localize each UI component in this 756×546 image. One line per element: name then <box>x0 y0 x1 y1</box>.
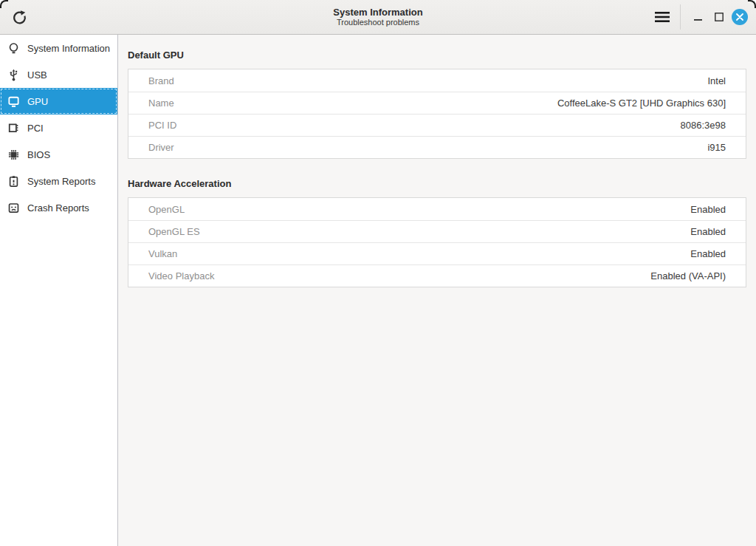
info-row-pci-id: PCI ID 8086:3e98 <box>128 114 746 136</box>
row-label: Video Playback <box>148 270 214 281</box>
info-card: OpenGL Enabled OpenGL ES Enabled Vulkan … <box>128 197 746 287</box>
sidebar: System Information USB <box>0 35 118 546</box>
chip-icon <box>7 149 20 161</box>
row-value: CoffeeLake-S GT2 [UHD Graphics 630] <box>557 98 726 109</box>
hamburger-menu-icon <box>655 11 670 23</box>
monitor-icon <box>7 95 20 108</box>
lightbulb-icon <box>7 42 20 55</box>
sidebar-item-bios[interactable]: BIOS <box>0 141 117 168</box>
sidebar-item-label: System Information <box>27 43 110 54</box>
info-card: Brand Intel Name CoffeeLake-S GT2 [UHD G… <box>128 69 746 159</box>
row-value: Enabled <box>690 226 726 237</box>
row-label: Brand <box>148 75 174 86</box>
titlebar-text: System Information Troubleshoot problems <box>148 0 608 33</box>
close-icon <box>732 9 748 25</box>
pci-card-icon <box>7 122 20 134</box>
sidebar-item-label: USB <box>27 69 47 81</box>
window-title: System Information <box>333 7 422 18</box>
row-value: Enabled (VA-API) <box>650 270 726 281</box>
maximize-icon <box>715 13 724 21</box>
sidebar-item-system-information[interactable]: System Information <box>0 35 117 61</box>
titlebar: System Information Troubleshoot problems <box>0 0 756 35</box>
row-label: Vulkan <box>148 248 177 259</box>
info-row-opengl: OpenGL Enabled <box>128 198 746 220</box>
info-row-video-playback: Video Playback Enabled (VA-API) <box>128 265 746 287</box>
app-body: System Information USB <box>0 35 756 546</box>
minimize-button[interactable] <box>688 7 709 27</box>
sidebar-item-system-reports[interactable]: System Reports <box>0 168 117 194</box>
sidebar-item-usb[interactable]: USB <box>0 61 117 88</box>
section-title: Default GPU <box>128 50 746 61</box>
clipboard-alert-icon <box>7 175 20 188</box>
window-controls <box>650 4 750 30</box>
titlebar-separator <box>680 4 681 30</box>
info-row-name: Name CoffeeLake-S GT2 [UHD Graphics 630] <box>128 92 746 114</box>
row-label: OpenGL ES <box>148 226 200 237</box>
row-value: Enabled <box>690 248 726 259</box>
info-row-vulkan: Vulkan Enabled <box>128 242 746 265</box>
sidebar-item-label: PCI <box>27 123 44 134</box>
window-subtitle: Troubleshoot problems <box>337 18 419 27</box>
menu-button[interactable] <box>650 5 674 29</box>
info-row-brand: Brand Intel <box>128 69 746 92</box>
app-window: System Information Troubleshoot problems <box>0 0 756 546</box>
crash-face-icon <box>7 202 20 214</box>
usb-icon <box>7 69 20 81</box>
row-label: Name <box>148 98 174 109</box>
refresh-icon <box>12 10 27 25</box>
sidebar-item-gpu[interactable]: GPU <box>0 88 117 115</box>
sidebar-item-label: Crash Reports <box>27 202 89 214</box>
section-hardware-acceleration: Hardware Acceleration OpenGL Enabled Ope… <box>128 178 746 287</box>
sidebar-item-label: System Reports <box>27 176 95 187</box>
section-title: Hardware Acceleration <box>128 178 746 189</box>
section-default-gpu: Default GPU Brand Intel Name CoffeeLake-… <box>128 50 746 159</box>
row-label: Driver <box>148 142 174 153</box>
refresh-button[interactable] <box>7 5 31 29</box>
row-value: i915 <box>707 142 726 153</box>
row-value: Intel <box>707 75 726 86</box>
row-value: 8086:3e98 <box>681 120 726 131</box>
info-row-opengl-es: OpenGL ES Enabled <box>128 220 746 242</box>
sidebar-item-label: BIOS <box>27 149 50 160</box>
sidebar-item-crash-reports[interactable]: Crash Reports <box>0 194 117 221</box>
sidebar-item-pci[interactable]: PCI <box>0 115 117 141</box>
info-row-driver: Driver i915 <box>128 136 746 158</box>
row-label: PCI ID <box>148 120 176 131</box>
main-content: Default GPU Brand Intel Name CoffeeLake-… <box>118 35 756 546</box>
sidebar-item-label: GPU <box>27 96 48 107</box>
row-value: Enabled <box>690 204 726 215</box>
close-button[interactable] <box>729 7 750 27</box>
row-label: OpenGL <box>148 204 185 215</box>
maximize-button[interactable] <box>709 7 729 27</box>
minimize-icon <box>694 13 703 21</box>
